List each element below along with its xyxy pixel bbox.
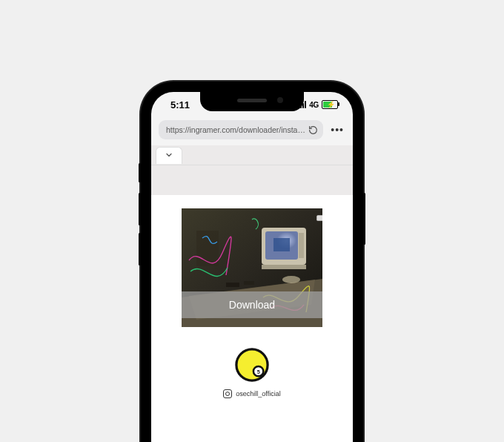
address-bar-text: https://ingramer.com/downloader/instagra… <box>166 125 307 134</box>
download-button-label: Download <box>229 299 275 311</box>
reload-icon[interactable] <box>307 124 319 136</box>
battery-icon: ⚡ <box>322 100 338 109</box>
address-bar[interactable]: https://ingramer.com/downloader/instagra… <box>159 120 323 139</box>
svg-text:5: 5 <box>257 369 260 375</box>
browser-toolbar: https://ingramer.com/downloader/instagra… <box>151 117 353 145</box>
phone-notch <box>200 92 304 111</box>
svg-rect-11 <box>196 231 219 266</box>
profile-section: 5 osechill_official <box>151 348 353 398</box>
svg-rect-8 <box>226 283 239 287</box>
phone-frame: 5:11 4G ⚡ https://ingramer.com/downloade… <box>141 82 363 442</box>
svg-point-10 <box>282 276 300 283</box>
browser-tab[interactable] <box>156 147 182 164</box>
tab-strip <box>151 145 353 165</box>
phone-screen: 5:11 4G ⚡ https://ingramer.com/downloade… <box>151 92 353 442</box>
chevron-down-icon <box>165 151 173 161</box>
profile-username[interactable]: osechill_official <box>236 390 280 398</box>
profile-avatar[interactable]: 5 <box>235 348 269 382</box>
page-content: Download 5 osechill_official <box>151 195 353 442</box>
network-label: 4G <box>309 101 319 109</box>
svg-rect-9 <box>244 281 254 285</box>
more-menu-icon[interactable]: ••• <box>329 124 345 136</box>
status-time: 5:11 <box>170 99 190 110</box>
page-header-spacer <box>151 165 353 195</box>
charging-icon: ⚡ <box>327 100 335 109</box>
media-thumbnail[interactable]: Download <box>182 208 322 327</box>
svg-rect-6 <box>299 233 304 258</box>
download-button[interactable]: Download <box>182 291 322 318</box>
svg-rect-5 <box>273 238 290 251</box>
svg-rect-7 <box>262 265 306 269</box>
instagram-icon <box>223 389 232 398</box>
svg-point-14 <box>236 349 268 380</box>
video-camera-icon <box>315 211 322 228</box>
svg-rect-12 <box>316 215 322 221</box>
